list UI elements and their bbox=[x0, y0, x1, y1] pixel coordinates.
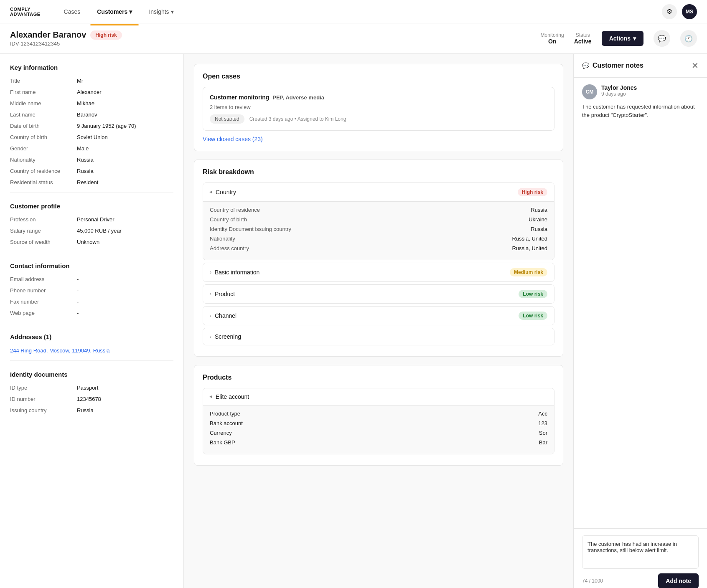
risk-row: ▾ Country High risk Country of residence… bbox=[203, 182, 554, 260]
field-label: Middle name bbox=[10, 100, 77, 106]
chat-icon: 💬 bbox=[582, 62, 589, 69]
history-button[interactable]: 🕐 bbox=[680, 30, 697, 47]
risk-name: Country bbox=[216, 189, 514, 195]
messages-button[interactable]: 💬 bbox=[654, 30, 670, 47]
chevron-icon: › bbox=[210, 291, 211, 297]
product-header[interactable]: ▾ Elite account bbox=[203, 388, 554, 405]
field-row: Issuing countryRussia bbox=[10, 407, 173, 413]
field-row: Date of birth9 January 1952 (age 70) bbox=[10, 123, 173, 129]
page-header: Alexander Baranov High risk IDV-12341234… bbox=[0, 23, 707, 54]
divider-3 bbox=[10, 323, 173, 323]
risk-row: › Channel Low risk bbox=[203, 306, 554, 325]
risk-badge-low: Low risk bbox=[519, 312, 547, 320]
nav-cases[interactable]: Cases bbox=[57, 5, 87, 18]
settings-button[interactable]: ⚙ bbox=[662, 4, 677, 19]
field-row: NationalityRussia bbox=[10, 157, 173, 163]
add-note-button[interactable]: Add note bbox=[658, 573, 699, 588]
nav-customers[interactable]: Customers ▾ bbox=[90, 5, 139, 18]
chevron-icon: › bbox=[210, 313, 211, 319]
header-actions: Monitoring On Status Active Actions ▾ 💬 … bbox=[541, 30, 697, 47]
risk-header[interactable]: › Screening bbox=[203, 328, 554, 345]
field-row: Fax number- bbox=[10, 299, 173, 305]
customer-id: IDV-1234123412345 bbox=[10, 41, 122, 47]
risk-detail-row: Address country Russia, United bbox=[210, 245, 547, 251]
field-label: ID type bbox=[10, 385, 77, 391]
risk-detail-label: Country of birth bbox=[210, 216, 247, 223]
app-logo: COMPLY ADVANTAGE bbox=[10, 7, 41, 17]
note-avatar: CM bbox=[582, 84, 597, 99]
field-value: Russia bbox=[77, 168, 94, 174]
risk-detail-value: Russia bbox=[531, 207, 547, 213]
chevron-icon: › bbox=[210, 334, 211, 340]
actions-button[interactable]: Actions ▾ bbox=[602, 31, 643, 46]
left-panel: Key information TitleMrFirst nameAlexand… bbox=[0, 54, 184, 588]
risk-breakdown-items: ▾ Country High risk Country of residence… bbox=[203, 182, 554, 345]
field-value: Unknown bbox=[77, 239, 99, 245]
address-link[interactable]: 244 Ring Road, Moscow, 119049, Russia bbox=[10, 347, 109, 354]
risk-name: Product bbox=[215, 291, 515, 297]
field-label: ID number bbox=[10, 396, 77, 402]
field-value: Male bbox=[77, 145, 89, 152]
risk-header[interactable]: › Product Low risk bbox=[203, 285, 554, 303]
risk-breakdown-section: Risk breakdown ▾ Country High risk Count… bbox=[194, 160, 563, 357]
identity-documents-fields: ID typePassportID number12345678Issuing … bbox=[10, 385, 173, 413]
product-detail-row: Bank GBP Bar bbox=[210, 439, 547, 446]
note-text: The customer has requested information a… bbox=[582, 103, 699, 119]
risk-name: Basic information bbox=[215, 269, 506, 276]
field-value: - bbox=[77, 310, 79, 316]
field-label: Title bbox=[10, 78, 77, 84]
product-detail-label: Bank account bbox=[210, 420, 243, 426]
risk-name: Channel bbox=[215, 312, 515, 319]
chevron-down-icon: ▾ bbox=[171, 8, 174, 15]
risk-detail-row: Nationality Russia, United bbox=[210, 236, 547, 242]
note-time: 9 days ago bbox=[601, 91, 637, 97]
open-cases-section: Open cases Customer monitoring PEP, Adve… bbox=[194, 64, 563, 151]
case-card: Customer monitoring PEP, Adverse media 2… bbox=[203, 87, 554, 131]
note-header: CM Taylor Jones 9 days ago bbox=[582, 84, 699, 99]
close-notes-button[interactable]: ✕ bbox=[692, 61, 699, 71]
field-label: Nationality bbox=[10, 157, 77, 163]
nav-insights[interactable]: Insights ▾ bbox=[142, 5, 180, 18]
risk-header[interactable]: › Channel Low risk bbox=[203, 307, 554, 325]
case-meta: Created 3 days ago • Assigned to Kim Lon… bbox=[249, 116, 346, 122]
product-detail-value: Bar bbox=[539, 439, 547, 446]
product-detail-value: Acc bbox=[538, 411, 547, 417]
risk-detail-label: Country of residence bbox=[210, 207, 260, 213]
case-footer: Not started Created 3 days ago • Assigne… bbox=[210, 114, 547, 124]
chevron-icon: ▾ bbox=[208, 395, 214, 398]
risk-breakdown-title: Risk breakdown bbox=[203, 168, 554, 176]
product-name: Elite account bbox=[216, 393, 547, 400]
field-value: 9 January 1952 (age 70) bbox=[77, 123, 136, 129]
products-title: Products bbox=[203, 374, 554, 381]
risk-header[interactable]: ▾ Country High risk bbox=[203, 183, 554, 201]
notes-title: Customer notes bbox=[593, 62, 688, 69]
field-label: Gender bbox=[10, 145, 77, 152]
nav-items: Cases Customers ▾ Insights ▾ bbox=[57, 5, 662, 18]
view-closed-cases-link[interactable]: View closed cases (23) bbox=[203, 136, 554, 142]
field-row: ProfessionPersonal Driver bbox=[10, 216, 173, 223]
risk-row: › Product Low risk bbox=[203, 284, 554, 304]
contact-information-fields: Email address-Phone number-Fax number-We… bbox=[10, 276, 173, 316]
customer-name: Alexander Baranov bbox=[10, 30, 86, 40]
field-row: First nameAlexander bbox=[10, 89, 173, 95]
field-value: Resident bbox=[77, 179, 98, 185]
note-author-block: Taylor Jones 9 days ago bbox=[601, 84, 637, 97]
risk-header[interactable]: › Basic information Medium risk bbox=[203, 263, 554, 281]
product-row: ▾ Elite account Product type Acc Bank ac… bbox=[203, 388, 554, 454]
field-label: Profession bbox=[10, 216, 77, 223]
field-row: Last nameBaranov bbox=[10, 112, 173, 118]
divider-1 bbox=[10, 192, 173, 193]
chevron-icon: › bbox=[210, 269, 211, 275]
case-status-badge: Not started bbox=[210, 114, 244, 124]
case-items-count: 2 items to review bbox=[210, 104, 547, 110]
risk-detail-label: Identity Document issuing country bbox=[210, 226, 291, 232]
notes-list: CM Taylor Jones 9 days ago The customer … bbox=[582, 84, 699, 119]
product-detail-label: Currency bbox=[210, 430, 232, 436]
user-avatar-button[interactable]: MS bbox=[682, 4, 697, 19]
note-input[interactable]: The customer has had an increase in tran… bbox=[582, 535, 699, 569]
note-item: CM Taylor Jones 9 days ago The customer … bbox=[582, 84, 699, 119]
field-row: TitleMr bbox=[10, 78, 173, 84]
risk-badge-low: Low risk bbox=[519, 290, 547, 298]
chevron-icon: ▾ bbox=[208, 191, 214, 193]
field-row: Phone number- bbox=[10, 287, 173, 294]
